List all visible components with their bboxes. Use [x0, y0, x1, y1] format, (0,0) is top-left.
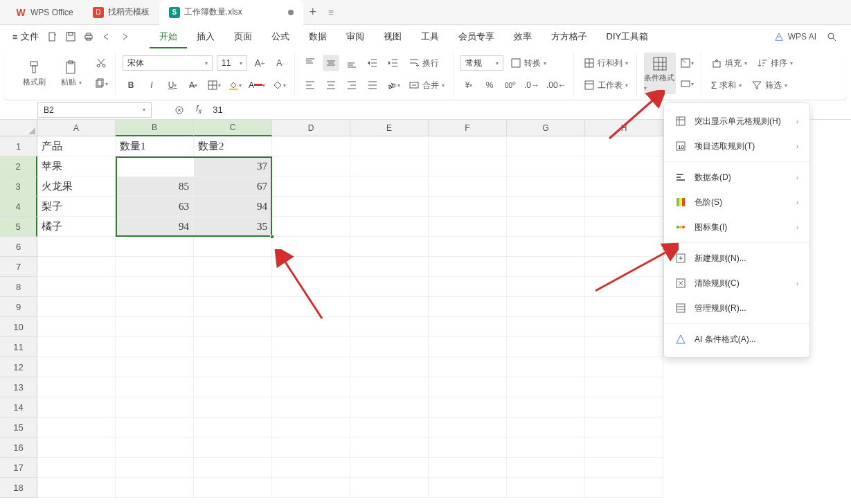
name-box[interactable]: B2 ▾ [37, 102, 152, 118]
conditional-format-button[interactable]: 条件格式 ▾ [644, 53, 676, 94]
cell-H2[interactable] [585, 156, 663, 177]
copy-icon[interactable]: ▾ [93, 75, 109, 92]
cell-E2[interactable] [350, 156, 429, 177]
cell-H16[interactable] [585, 438, 663, 458]
align-middle-icon[interactable] [323, 55, 339, 71]
print-icon[interactable] [80, 28, 97, 45]
cell-E6[interactable] [350, 237, 429, 257]
cell-A10[interactable] [37, 317, 116, 337]
cell-G5[interactable] [507, 217, 585, 237]
cell-F8[interactable] [429, 277, 507, 297]
row-header-13[interactable]: 13 [0, 377, 37, 397]
row-header-6[interactable]: 6 [0, 237, 37, 257]
cell-G2[interactable] [507, 156, 585, 177]
cell-G13[interactable] [507, 377, 585, 397]
cell-F5[interactable] [429, 217, 507, 237]
font-size-select[interactable]: 11▾ [217, 55, 247, 71]
cell-G4[interactable] [507, 197, 585, 217]
cell-A17[interactable] [37, 458, 116, 478]
cell-D8[interactable] [272, 277, 350, 297]
cell-F4[interactable] [429, 197, 507, 217]
cell-D15[interactable] [272, 417, 350, 438]
cell-F6[interactable] [429, 237, 507, 257]
cell-C1[interactable]: 数量2 [194, 136, 272, 156]
rows-cols-button[interactable]: 行和列 ▾ [581, 55, 631, 71]
cell-B14[interactable] [116, 397, 194, 417]
justify-icon[interactable] [364, 77, 381, 93]
file-menu[interactable]: ≡ 文件 [8, 30, 43, 43]
menu-tab-efficiency[interactable]: 效率 [504, 25, 541, 48]
comma-icon[interactable]: 00⁰ [502, 77, 519, 93]
cell-A6[interactable] [37, 237, 116, 257]
cell-G3[interactable] [507, 177, 585, 197]
tab-menu-icon[interactable]: ≡ [328, 7, 334, 18]
menu-tab-start[interactable]: 开始 [150, 25, 187, 48]
currency-icon[interactable]: ¥ ▾ [460, 77, 477, 93]
cell-B12[interactable] [116, 357, 194, 377]
cell-A15[interactable] [37, 417, 116, 438]
cell-H12[interactable] [585, 357, 663, 377]
cell-F11[interactable] [429, 337, 507, 357]
menu-new-rule[interactable]: 新建规则(N)... [664, 246, 809, 271]
cell-D17[interactable] [272, 458, 350, 478]
cell-G16[interactable] [507, 438, 585, 458]
cell-H6[interactable] [585, 237, 663, 257]
cell-C2[interactable]: 37 [194, 156, 272, 177]
cell-F12[interactable] [429, 357, 507, 377]
formula-input[interactable]: 31 [213, 105, 222, 115]
increase-decimal-icon[interactable]: .0→ [523, 77, 541, 93]
menu-tab-view[interactable]: 视图 [374, 25, 411, 48]
fill-button[interactable]: 填充 ▾ [708, 55, 750, 71]
menu-data-bars[interactable]: 数据条(D) › [664, 165, 809, 190]
cell-H13[interactable] [585, 377, 663, 397]
row-header-3[interactable]: 3 [0, 177, 37, 197]
cell-C16[interactable] [194, 438, 272, 458]
cell-G18[interactable] [507, 478, 585, 498]
cell-G10[interactable] [507, 317, 585, 337]
percent-icon[interactable]: % [481, 77, 498, 93]
menu-tab-insert[interactable]: 插入 [187, 25, 224, 48]
cell-C4[interactable]: 94 [194, 197, 272, 217]
file-tab[interactable]: S 工作簿数量.xlsx [159, 0, 303, 25]
cell-B5[interactable]: 94 [116, 217, 194, 237]
cell-F2[interactable] [429, 156, 507, 177]
cell-C13[interactable] [194, 377, 272, 397]
cell-D6[interactable] [272, 237, 350, 257]
merge-cells-button[interactable]: 合并 ▾ [406, 77, 447, 93]
cell-A12[interactable] [37, 357, 116, 377]
strikethrough-icon[interactable]: A̶ ▾ [185, 77, 201, 93]
row-header-17[interactable]: 17 [0, 458, 37, 478]
cell-H11[interactable] [585, 337, 663, 357]
menu-tab-member[interactable]: 会员专享 [449, 25, 504, 48]
wrap-text-button[interactable]: 换行 [406, 55, 442, 71]
row-header-10[interactable]: 10 [0, 317, 37, 337]
menu-tab-tools[interactable]: 工具 [411, 25, 449, 48]
menu-tab-data[interactable]: 数据 [299, 25, 337, 48]
row-header-8[interactable]: 8 [0, 277, 37, 297]
wps-home-tab[interactable]: W WPS Office [6, 0, 83, 25]
cell-F9[interactable] [429, 297, 507, 317]
cell-H17[interactable] [585, 458, 663, 478]
wps-ai-button[interactable]: WPS AI [774, 32, 816, 42]
cell-H1[interactable] [585, 136, 663, 156]
fx-icon[interactable]: fx [196, 104, 201, 115]
borders-icon[interactable]: ▾ [206, 77, 222, 93]
cell-G12[interactable] [507, 357, 585, 377]
cell-F7[interactable] [429, 257, 507, 277]
cell-F17[interactable] [429, 458, 507, 478]
cell-H10[interactable] [585, 317, 663, 337]
cell-E5[interactable] [350, 217, 429, 237]
cell-styles-icon[interactable]: ▾ [679, 55, 695, 71]
increase-indent-icon[interactable] [385, 55, 402, 71]
menu-tab-formula[interactable]: 公式 [262, 25, 299, 48]
menu-tab-diy[interactable]: DIY工具箱 [597, 25, 659, 48]
cell-D7[interactable] [272, 257, 350, 277]
cell-E11[interactable] [350, 337, 429, 357]
col-header-E[interactable]: E [350, 120, 429, 136]
cell-E14[interactable] [350, 397, 429, 417]
align-top-icon[interactable] [302, 55, 319, 71]
col-header-G[interactable]: G [507, 120, 585, 136]
menu-manage-rules[interactable]: 管理规则(R)... [664, 296, 809, 321]
cell-A14[interactable] [37, 397, 116, 417]
cell-C11[interactable] [194, 337, 272, 357]
